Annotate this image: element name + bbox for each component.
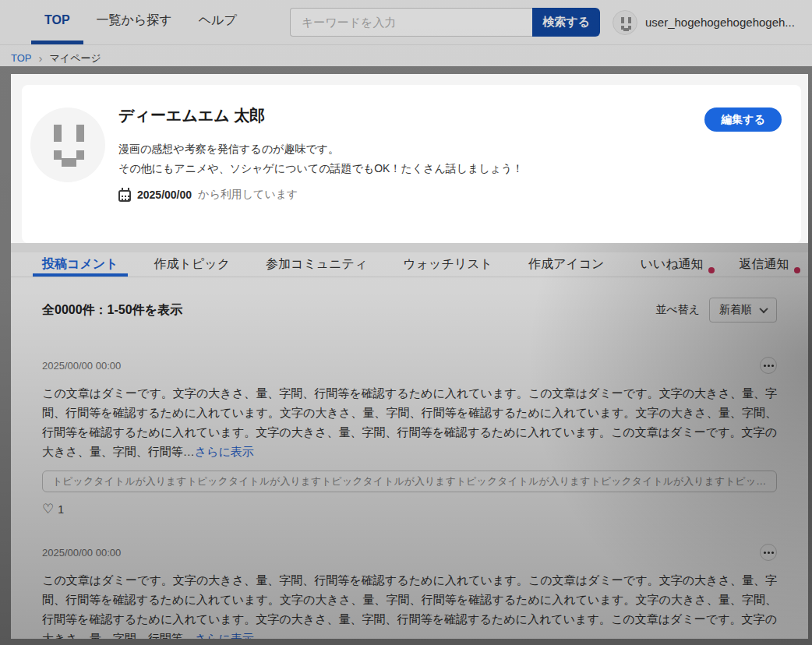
avatar-eye-icon	[76, 125, 84, 142]
more-menu-button[interactable]	[760, 544, 777, 561]
search-button[interactable]: 検索する	[532, 8, 600, 37]
tab-label: いいね通知	[640, 257, 703, 270]
content-area: 投稿コメント 作成トピック 参加コミュニティ ウォッチリスト 作成アイコン いい…	[11, 252, 808, 639]
comment-item: 2025/00/00 00:00 この文章はダミーです。文字の大きさ、量、字間、…	[42, 544, 777, 639]
avatar-mouth-icon	[62, 158, 76, 167]
tab-like-notifications[interactable]: いいね通知	[630, 252, 712, 277]
breadcrumb-top-link[interactable]: TOP	[11, 52, 32, 64]
comment-text: この文章はダミーです。文字の大きさ、量、字間、行間等を確認するために入れています…	[42, 383, 777, 461]
comment-body: この文章はダミーです。文字の大きさ、量、字間、行間等を確認するために入れています…	[42, 386, 777, 458]
comment-date: 2025/00/00 00:00	[42, 547, 121, 559]
list-header: 全0000件：1-50件を表示 並べ替え 新着順	[42, 298, 777, 322]
search-input[interactable]	[290, 8, 532, 37]
comment-body: この文章はダミーです。文字の大きさ、量、字間、行間等を確認するために入れています…	[42, 573, 777, 639]
breadcrumb-current: マイページ	[50, 51, 101, 65]
breadcrumb: TOP › マイページ	[0, 45, 812, 66]
header-nav: TOP 一覧から探す ヘルプ	[31, 0, 250, 44]
nav-item-help[interactable]: ヘルプ	[185, 0, 250, 44]
header-search: 検索する	[290, 8, 600, 37]
profile-card: ディーエムエム 太郎 漫画の感想や考察を発信するのが趣味です。 その他にもアニメ…	[22, 85, 801, 243]
profile-bio-line: 漫画の感想や考察を発信するのが趣味です。	[118, 139, 523, 159]
joined-date: 2025/00/00	[137, 189, 192, 201]
ellipsis-icon	[768, 365, 770, 367]
profile-joined-row: 2025/00/00 から利用しています	[118, 188, 298, 202]
notification-dot-icon	[794, 267, 800, 273]
heart-icon: ♡	[42, 502, 54, 516]
profile-tabs: 投稿コメント 作成トピック 参加コミュニティ ウォッチリスト 作成アイコン いい…	[11, 252, 808, 277]
comment-list: 2025/00/00 00:00 この文章はダミーです。文字の大きさ、量、字間、…	[42, 357, 777, 639]
like-button[interactable]: ♡ 1	[42, 502, 777, 516]
show-more-link[interactable]: さらに表示	[195, 632, 254, 639]
avatar-eye-icon	[54, 125, 62, 142]
tab-created-icons[interactable]: 作成アイコン	[519, 252, 614, 277]
nav-item-top[interactable]: TOP	[31, 0, 83, 44]
chevron-down-icon	[759, 305, 768, 313]
more-menu-button[interactable]	[760, 357, 777, 374]
profile-name: ディーエムエム 太郎	[118, 105, 265, 126]
profile-bio-line: その他にもアニメや、ソシャゲについての話題でもOK！たくさん話しましょう！	[118, 159, 523, 178]
profile-bio: 漫画の感想や考察を発信するのが趣味です。 その他にもアニメや、ソシャゲについての…	[118, 139, 523, 178]
tab-created-topics[interactable]: 作成トピック	[145, 252, 240, 277]
sort-dropdown[interactable]: 新着順	[709, 298, 777, 322]
calendar-icon	[118, 190, 131, 202]
sort-value: 新着順	[719, 303, 752, 317]
result-count: 全0000件：1-50件を表示	[42, 302, 182, 319]
sort-control: 並べ替え 新着順	[655, 298, 777, 322]
profile-avatar	[30, 108, 105, 182]
avatar-mouth-icon	[54, 150, 62, 160]
tab-reply-notifications[interactable]: 返信通知	[730, 252, 799, 277]
user-avatar-icon[interactable]	[613, 10, 637, 35]
avatar-eye-icon	[628, 17, 631, 23]
edit-profile-button[interactable]: 編集する	[704, 108, 782, 132]
profile-section-highlighted: ディーエムエム 太郎 漫画の感想や考察を発信するのが趣味です。 その他にもアニメ…	[11, 74, 808, 243]
comment-date: 2025/00/00 00:00	[42, 360, 121, 372]
header-username[interactable]: user_hogehogehogehogeh...	[645, 16, 809, 29]
avatar-mouth-icon	[76, 150, 84, 160]
avatar-eye-icon	[621, 17, 624, 23]
like-count: 1	[58, 503, 64, 516]
tab-watchlist[interactable]: ウォッチリスト	[394, 252, 502, 277]
tab-label: 返信通知	[740, 257, 789, 270]
comment-text: この文章はダミーです。文字の大きさ、量、字間、行間等を確認するために入れています…	[42, 570, 777, 639]
tab-posted-comments[interactable]: 投稿コメント	[33, 252, 128, 277]
chevron-right-icon: ›	[39, 52, 43, 64]
nav-item-browse[interactable]: 一覧から探す	[83, 0, 185, 44]
comment-header: 2025/00/00 00:00	[42, 544, 777, 561]
ellipsis-icon	[768, 552, 770, 554]
sort-label: 並べ替え	[655, 303, 700, 317]
notification-dot-icon	[708, 267, 715, 273]
topic-title-link[interactable]: トピックタイトルが入りますトピックタイトルが入りますトピックタイトルが入りますト…	[42, 471, 777, 492]
tab-joined-communities[interactable]: 参加コミュニティ	[256, 252, 376, 277]
joined-suffix: から利用しています	[198, 188, 298, 202]
global-header: TOP 一覧から探す ヘルプ 検索する user_hogehogehogehog…	[0, 0, 812, 45]
show-more-link[interactable]: さらに表示	[195, 445, 254, 458]
comment-header: 2025/00/00 00:00	[42, 357, 777, 374]
comment-item: 2025/00/00 00:00 この文章はダミーです。文字の大きさ、量、字間、…	[42, 357, 777, 516]
avatar-mouth-icon	[623, 28, 629, 31]
my-page-screen: TOP 一覧から探す ヘルプ 検索する user_hogehogehogehog…	[0, 0, 812, 645]
